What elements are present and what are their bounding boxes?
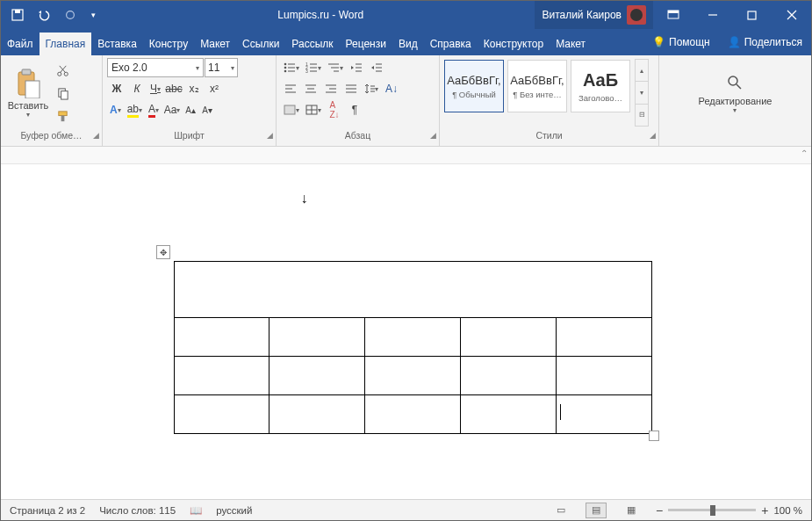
shading-icon[interactable]: ▾ — [281, 100, 302, 119]
paste-button[interactable]: Вставить ▾ — [5, 58, 51, 127]
table-cell[interactable] — [269, 357, 365, 395]
user-account[interactable]: Виталий Каиров — [535, 1, 653, 29]
tell-me[interactable]: 💡 Помощн — [643, 29, 719, 55]
zoom-level[interactable]: 100 % — [773, 505, 802, 516]
table-cell[interactable] — [556, 357, 651, 395]
shrink-font-icon[interactable]: A▾ — [199, 102, 215, 118]
font-color-button[interactable]: A▾ — [146, 100, 162, 119]
sort-az-icon[interactable]: AZ↓ — [325, 100, 344, 119]
clipboard-launcher-icon[interactable]: ◢ — [93, 131, 99, 140]
table-cell[interactable] — [174, 318, 269, 357]
page-indicator[interactable]: Страница 2 из 2 — [10, 505, 85, 516]
tab-home[interactable]: Главная — [40, 33, 92, 55]
table-cell[interactable] — [174, 395, 269, 434]
paragraph-launcher-icon[interactable]: ◢ — [430, 131, 436, 140]
change-case-button[interactable]: Aa▾ — [162, 100, 182, 119]
tab-help[interactable]: Справка — [424, 33, 478, 55]
autosave-icon[interactable] — [8, 5, 27, 25]
word-count[interactable]: Число слов: 115 — [99, 505, 176, 516]
tab-design[interactable]: Констру — [143, 33, 194, 55]
font-launcher-icon[interactable]: ◢ — [267, 131, 273, 140]
style-no-spacing[interactable]: АаБбВвГг, ¶ Без инте… — [507, 60, 567, 112]
undo-icon[interactable] — [34, 5, 54, 25]
tab-table-layout[interactable]: Макет — [550, 33, 592, 55]
find-button[interactable]: Редактирование ▾ — [692, 58, 780, 127]
collapse-ribbon-icon[interactable]: ⌃ — [801, 148, 808, 158]
multilevel-list-icon[interactable]: ▾ — [325, 58, 346, 77]
zoom-slider[interactable] — [668, 509, 756, 511]
zoom-out-icon[interactable]: − — [656, 503, 663, 517]
style-normal[interactable]: АаБбВвГг, ¶ Обычный — [444, 60, 504, 112]
align-left-icon[interactable] — [281, 79, 300, 98]
document-table[interactable] — [174, 261, 652, 434]
tab-layout[interactable]: Макет — [194, 33, 236, 55]
line-spacing-icon[interactable]: ▾ — [362, 79, 381, 98]
print-layout-icon[interactable]: ▤ — [586, 503, 607, 518]
font-size-combo[interactable]: 11▾ — [205, 58, 238, 77]
tab-table-design[interactable]: Конструктор — [478, 33, 550, 55]
close-button[interactable] — [772, 1, 811, 29]
table-cell-active[interactable] — [556, 395, 651, 434]
table-cell[interactable] — [269, 395, 365, 434]
superscript-button[interactable]: x² — [205, 79, 224, 98]
increase-indent-icon[interactable] — [367, 58, 386, 77]
numbering-icon[interactable]: 123▾ — [303, 58, 324, 77]
align-right-icon[interactable] — [321, 79, 341, 98]
language-indicator[interactable]: русский — [216, 505, 252, 516]
tab-file[interactable]: Файл — [1, 33, 40, 55]
table-resize-handle-icon[interactable] — [649, 431, 659, 441]
table-cell[interactable] — [460, 318, 556, 357]
subscript-button[interactable]: x₂ — [184, 79, 204, 98]
text-effects-button[interactable]: A▾ — [107, 100, 124, 119]
ribbon-options-icon[interactable] — [653, 1, 693, 29]
borders-icon[interactable]: ▾ — [303, 100, 324, 119]
strikethrough-button[interactable]: abc — [164, 79, 183, 98]
tab-review[interactable]: Рецензи — [340, 33, 392, 55]
table-cell[interactable] — [460, 395, 556, 434]
tab-references[interactable]: Ссылки — [236, 33, 285, 55]
table-cell[interactable] — [460, 357, 556, 395]
style-heading1[interactable]: АаБ Заголово… — [571, 60, 630, 112]
format-painter-icon[interactable] — [53, 106, 72, 126]
styles-down-icon[interactable]: ▾ — [636, 82, 648, 104]
qat-customize-icon[interactable]: ▾ — [87, 5, 99, 25]
table-cell[interactable] — [174, 357, 269, 395]
table-cell[interactable] — [365, 318, 461, 357]
bullets-icon[interactable]: ▾ — [281, 58, 302, 77]
bold-button[interactable]: Ж — [107, 79, 126, 98]
maximize-button[interactable] — [732, 1, 772, 29]
underline-button[interactable]: Ч ▾ — [147, 79, 163, 98]
styles-launcher-icon[interactable]: ◢ — [650, 131, 656, 140]
table-cell[interactable] — [556, 318, 651, 357]
sort-icon[interactable]: A↓ — [382, 79, 401, 98]
styles-more-icon[interactable]: ⊟ — [636, 105, 648, 126]
justify-icon[interactable] — [341, 79, 361, 98]
read-mode-icon[interactable]: ▭ — [550, 503, 571, 518]
grow-font-icon[interactable]: A▴ — [183, 102, 198, 118]
web-layout-icon[interactable]: ▦ — [621, 503, 642, 518]
group-paragraph: ▾ 123▾ ▾ ▾ A↓ ▾ ▾ AZ↓ — [277, 55, 440, 146]
table-cell[interactable] — [365, 357, 461, 395]
decrease-indent-icon[interactable] — [347, 58, 366, 77]
tab-view[interactable]: Вид — [392, 33, 424, 55]
cut-icon[interactable] — [53, 61, 72, 80]
tab-insert[interactable]: Вставка — [91, 33, 143, 55]
tab-mailings[interactable]: Рассылк — [285, 33, 339, 55]
highlight-button[interactable]: ab▾ — [125, 100, 145, 119]
document-area[interactable]: ↓ ✥ — [1, 164, 811, 499]
font-name-combo[interactable]: Exo 2.0▾ — [107, 58, 204, 77]
share-button[interactable]: 👤 Поделиться — [719, 29, 811, 55]
copy-icon[interactable] — [53, 83, 72, 103]
show-marks-icon[interactable]: ¶ — [345, 100, 364, 119]
zoom-in-icon[interactable]: + — [761, 503, 768, 517]
styles-up-icon[interactable]: ▴ — [636, 60, 648, 82]
table-cell[interactable] — [269, 318, 365, 357]
italic-button[interactable]: К — [127, 79, 147, 98]
table-cell[interactable] — [174, 262, 651, 318]
redo-icon[interactable] — [61, 5, 80, 25]
spellcheck-icon[interactable]: 📖 — [190, 504, 202, 517]
table-move-handle-icon[interactable]: ✥ — [156, 245, 170, 259]
align-center-icon[interactable] — [301, 79, 320, 98]
table-cell[interactable] — [365, 395, 461, 434]
minimize-button[interactable] — [693, 1, 732, 29]
